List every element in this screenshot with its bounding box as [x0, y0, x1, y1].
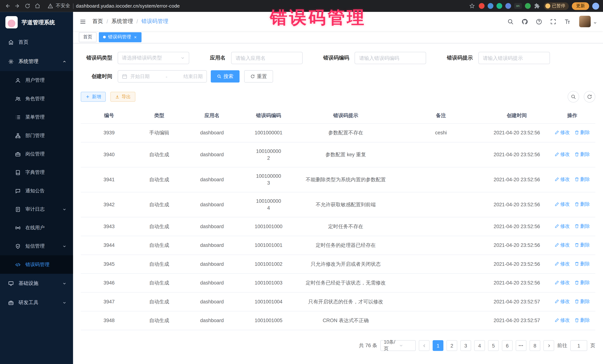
delete-link[interactable]: 删除 [574, 176, 590, 183]
app-name-input[interactable] [231, 52, 303, 64]
edit-link[interactable]: 修改 [554, 279, 570, 286]
page-button[interactable]: 6 [502, 340, 513, 351]
extension-icon[interactable] [478, 3, 484, 9]
search-icon[interactable] [507, 18, 514, 25]
edit-link[interactable]: 修改 [554, 223, 570, 230]
extension-icon[interactable] [505, 3, 511, 9]
extension-icon[interactable] [496, 3, 502, 9]
extensions-puzzle-icon[interactable] [533, 2, 541, 9]
page-button[interactable]: 3 [460, 340, 471, 351]
delete-link[interactable]: 删除 [574, 298, 590, 305]
delete-link[interactable]: 删除 [574, 279, 590, 286]
delete-link[interactable]: 删除 [574, 201, 590, 208]
sidebar-item-post-management[interactable]: 岗位管理 [0, 145, 73, 163]
refresh-table-button[interactable] [584, 91, 595, 102]
delete-link[interactable]: 删除 [574, 317, 590, 324]
page-button[interactable]: 8 [530, 340, 540, 351]
github-icon[interactable] [521, 18, 528, 25]
edit-link[interactable]: 修改 [554, 201, 570, 208]
prev-page-button[interactable] [419, 340, 429, 351]
sidebar-item-menu-management[interactable]: 菜单管理 [0, 108, 73, 126]
chevron-down-icon [62, 244, 67, 249]
help-icon[interactable] [535, 18, 543, 25]
edit-link[interactable]: 修改 [554, 176, 570, 183]
sidebar-item-online-users[interactable]: 在线用户 [0, 219, 73, 237]
next-page-button[interactable] [544, 340, 554, 351]
table-row: 3943自动生成dashboard1001001000定时任务不存在2021-0… [81, 217, 595, 236]
sidebar-toggle-icon[interactable] [79, 18, 86, 25]
sidebar-item-system-management[interactable]: 系统管理 [0, 52, 73, 71]
extension-icon[interactable] [525, 3, 531, 9]
tab-home[interactable]: 首页 [79, 32, 96, 42]
breadcrumb-system[interactable]: 系统管理 [112, 18, 133, 25]
edit-link[interactable]: 修改 [554, 242, 570, 248]
extension-icon[interactable] [487, 3, 493, 9]
sidebar-item-dept-management[interactable]: 部门管理 [0, 126, 73, 145]
reset-button[interactable]: 重置 [244, 70, 273, 82]
sidebar-item-error-code-management[interactable]: 错误码管理 [0, 255, 73, 274]
add-button[interactable]: 新增 [81, 92, 106, 102]
sidebar-item-home[interactable]: 首页 [0, 33, 73, 52]
sidebar-item-audit-log[interactable]: 审计日志 [0, 200, 73, 218]
bookmark-star-icon[interactable] [469, 2, 475, 9]
delete-link[interactable]: 删除 [574, 242, 590, 248]
font-size-icon[interactable] [564, 18, 571, 25]
cell-memo [397, 236, 485, 255]
table-row: 3944自动生成dashboard1001001001定时任务的处理器已经存在2… [81, 236, 595, 255]
sidebar-item-sms-management[interactable]: 短信管理 [0, 237, 73, 255]
search-button[interactable]: 搜索 [211, 70, 240, 82]
home-icon[interactable] [34, 2, 41, 9]
error-code-input[interactable] [355, 52, 426, 64]
tab-error-code-management[interactable]: 错误码管理 [99, 32, 141, 42]
edit-link[interactable]: 修改 [554, 129, 570, 136]
page-size-select[interactable]: 10条/页 [380, 340, 416, 351]
reload-icon[interactable] [24, 2, 31, 9]
edit-link[interactable]: 修改 [554, 151, 570, 158]
edit-link[interactable]: 修改 [554, 298, 570, 305]
address-bar[interactable]: 不安全 dashboard.yudao.iocoder.cn/system/er… [48, 3, 180, 9]
edit-link[interactable]: 修改 [554, 317, 570, 324]
sidebar-item-dict-management[interactable]: 字典管理 [0, 163, 73, 181]
col-type: 类型 [137, 108, 181, 123]
delete-link[interactable]: 删除 [574, 223, 590, 230]
cell-actions: 修改删除 [549, 311, 595, 330]
paused-badge[interactable]: 已暂停 [544, 2, 569, 10]
breadcrumb-current: 错误码管理 [141, 18, 168, 25]
toggle-search-button[interactable] [568, 91, 579, 102]
delete-link[interactable]: 删除 [574, 260, 590, 267]
back-icon[interactable] [4, 2, 11, 9]
page-button[interactable]: 2 [446, 340, 457, 351]
cell-type: 自动生成 [137, 192, 181, 217]
browser-profile-avatar[interactable] [592, 2, 599, 9]
sidebar-item-user-management[interactable]: 用户管理 [0, 71, 73, 89]
sidebar-item-notice-management[interactable]: 通知公告 [0, 182, 73, 200]
sidebar-logo[interactable]: 芋道管理系统 [0, 12, 73, 33]
sidebar-item-infrastructure[interactable]: 基础设施 [0, 274, 73, 293]
sidebar: 芋道管理系统 首页 系统管理 用户管理 [0, 12, 73, 364]
edit-link[interactable]: 修改 [554, 260, 570, 267]
sidebar-item-dev-tools[interactable]: 研发工具 [0, 293, 73, 312]
page-more-button[interactable]: ••• [516, 340, 526, 351]
export-button[interactable]: 导出 [110, 92, 135, 102]
cell-memo [397, 274, 485, 292]
forward-icon[interactable] [14, 2, 21, 9]
breadcrumb-home[interactable]: 首页 [92, 18, 103, 25]
create-time-range-picker[interactable]: 开始日期 - 结束日期 [118, 70, 207, 82]
delete-link[interactable]: 删除 [574, 129, 590, 136]
page-content: 错误码类型 请选择错误码类型 应用名 错误码编码 [73, 43, 603, 364]
page-button[interactable]: 1 [433, 340, 443, 351]
page-button[interactable]: 5 [488, 340, 499, 351]
extension-badge-icon[interactable]: on [514, 3, 522, 9]
goto-page-input[interactable] [570, 340, 587, 351]
security-label: 不安全 [56, 3, 70, 9]
user-menu[interactable] [579, 16, 597, 27]
sidebar-item-role-management[interactable]: 角色管理 [0, 89, 73, 108]
page-button[interactable]: 4 [474, 340, 485, 351]
fullscreen-icon[interactable] [549, 18, 557, 25]
error-hint-input[interactable] [478, 52, 550, 64]
error-type-select[interactable]: 请选择错误码类型 [118, 52, 189, 64]
browser-update-button[interactable]: 更新 [572, 2, 589, 10]
delete-link[interactable]: 删除 [574, 151, 590, 158]
filter-app-label: 应用名 [210, 55, 226, 61]
close-icon[interactable] [133, 35, 137, 39]
